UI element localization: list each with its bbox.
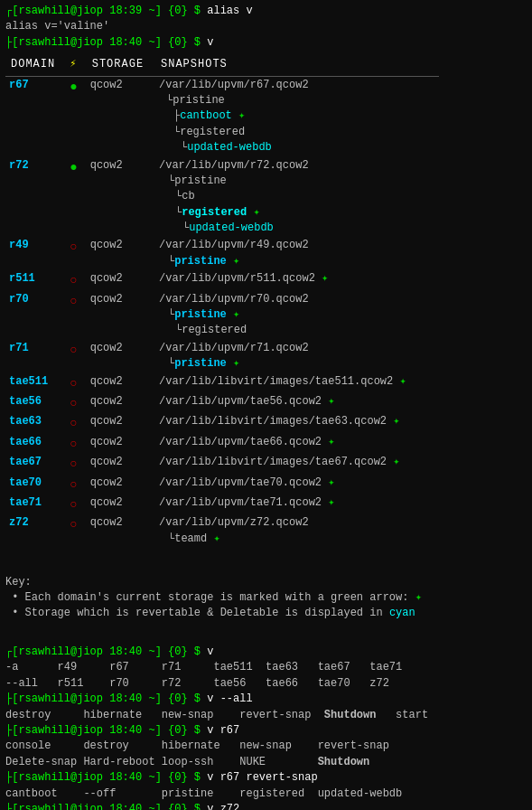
- output-v-r67: console destroy hibernate new-snap rever…: [5, 739, 527, 770]
- prompt-line-6: ├[rsawhill@jiop 18:40 ~] {0} $ v r67 rev…: [5, 770, 527, 786]
- cmd-2: v: [207, 36, 213, 49]
- prompt-2: ├[rsawhill@jiop 18:40 ~] {0} $: [5, 36, 201, 49]
- table-row: r511 ○ qcow2 /var/lib/upvm/r511.qcow2 ✦: [5, 270, 439, 290]
- table-row: r49 ○ qcow2 /var/lib/upvm/r49.qcow2 └pri…: [5, 237, 439, 270]
- output-1: alias v='valine': [5, 19, 527, 34]
- cmd-7: v z72: [207, 803, 239, 810]
- cmd-6: v r67 revert-snap: [207, 771, 317, 784]
- prompt-line-4: ├[rsawhill@jiop 18:40 ~] {0} $ v --all: [5, 692, 527, 707]
- table-row: tae56 ○ qcow2 /var/lib/upvm/tae56.qcow2 …: [5, 393, 439, 413]
- prompt-line-5: ├[rsawhill@jiop 18:40 ~] {0} $ v r67: [5, 723, 527, 739]
- cmd-4: v --all: [207, 692, 252, 705]
- status-green: ●: [70, 80, 77, 94]
- prompt-line-2: ├[rsawhill@jiop 18:40 ~] {0} $ v: [5, 35, 527, 51]
- status-red: ○: [70, 343, 77, 357]
- status-red: ○: [70, 396, 77, 410]
- key-line-1: • Each domain's current storage is marke…: [5, 590, 527, 606]
- cmd-3: v: [207, 645, 213, 658]
- col-storage: STORAGE: [87, 54, 155, 76]
- table-row: r72 ● qcow2 /var/lib/upvm/r72.qcow2 └pri…: [5, 157, 439, 238]
- status-red: ○: [70, 376, 77, 391]
- col-domain: DOMAIN: [5, 54, 66, 76]
- domain-table: DOMAIN ⚡ STORAGE SNAPSHOTS r67 ● qcow2 /…: [5, 54, 439, 548]
- table-row: z72 ○ qcow2 /var/lib/upvm/z72.qcow2 └tea…: [5, 514, 439, 548]
- prompt-5: ├[rsawhill@jiop 18:40 ~] {0} $: [5, 724, 201, 737]
- status-red: ○: [70, 416, 77, 430]
- table-row: tae70 ○ qcow2 /var/lib/upvm/tae70.qcow2 …: [5, 475, 439, 494]
- status-red: ○: [70, 273, 77, 287]
- cmd-1: alias v: [207, 5, 252, 17]
- key-line-2: • Storage which is revertable & Deletabl…: [5, 606, 527, 621]
- status-red: ○: [70, 477, 77, 492]
- prompt-4: ├[rsawhill@jiop 18:40 ~] {0} $: [5, 692, 201, 705]
- prompt-line-3: ┌[rsawhill@jiop 18:40 ~] {0} $ v: [5, 645, 527, 660]
- table-row: r70 ○ qcow2 /var/lib/upvm/r70.qcow2 └pri…: [5, 291, 439, 340]
- output-v-r67-revert: cantboot --off pristine registered updat…: [5, 786, 527, 802]
- table-row: tae66 ○ qcow2 /var/lib/upvm/tae66.qcow2 …: [5, 434, 439, 454]
- output-v: -a r49 r67 r71 tae511 tae63 tae67 tae71 …: [5, 660, 527, 692]
- status-red: ○: [70, 497, 77, 512]
- status-red: ○: [70, 457, 77, 471]
- output-v-all: destroy hibernate new-snap revert-snap S…: [5, 708, 527, 723]
- status-red: ○: [70, 437, 77, 451]
- key-title: Key:: [5, 575, 527, 590]
- key-section: Key: • Each domain's current storage is …: [5, 575, 527, 622]
- col-snapshots: SNAPSHOTS: [155, 54, 439, 76]
- terminal: ┌[rsawhill@jiop 18:39 ~] {0} $ alias v a…: [0, 0, 532, 810]
- table-row: r67 ● qcow2 /var/lib/upvm/r67.qcow2 └pri…: [5, 76, 439, 156]
- prompt-line-7: ├[rsawhill@jiop 18:40 ~] {0} $ v z72: [5, 802, 527, 810]
- table-row: tae511 ○ qcow2 /var/lib/libvirt/images/t…: [5, 373, 439, 393]
- status-red: ○: [70, 517, 77, 532]
- table-row: tae63 ○ qcow2 /var/lib/libvirt/images/ta…: [5, 413, 439, 433]
- prompt-line-1: ┌[rsawhill@jiop 18:39 ~] {0} $ alias v: [5, 4, 527, 19]
- prompt-6: ├[rsawhill@jiop 18:40 ~] {0} $: [5, 771, 201, 784]
- status-green: ●: [70, 160, 77, 174]
- prompt-1: ┌[rsawhill@jiop 18:39 ~] {0} $: [5, 5, 201, 17]
- status-red: ○: [70, 294, 77, 308]
- status-red: ○: [70, 240, 77, 254]
- prompt-3: ┌[rsawhill@jiop 18:40 ~] {0} $: [5, 645, 201, 658]
- prompt-7: ├[rsawhill@jiop 18:40 ~] {0} $: [5, 803, 201, 810]
- table-row: r71 ○ qcow2 /var/lib/upvm/r71.qcow2 └pri…: [5, 340, 439, 373]
- table-row: tae71 ○ qcow2 /var/lib/upvm/tae71.qcow2 …: [5, 494, 439, 514]
- cmd-5: v r67: [207, 724, 239, 737]
- col-status: ⚡: [66, 54, 86, 76]
- table-row: tae67 ○ qcow2 /var/lib/libvirt/images/ta…: [5, 454, 439, 474]
